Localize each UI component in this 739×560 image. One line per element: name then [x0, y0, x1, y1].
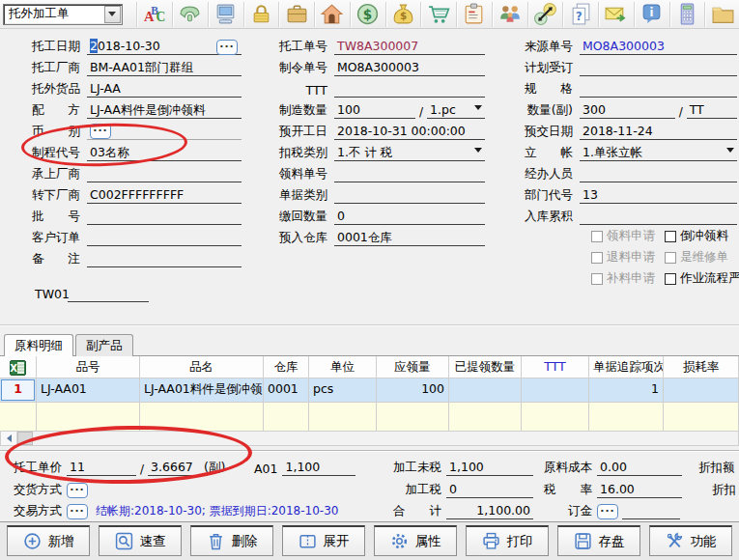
currency-picker-button[interactable]: ··· — [90, 124, 111, 139]
phone-icon[interactable] — [174, 1, 207, 28]
a01-input[interactable]: 1,100 — [282, 460, 355, 476]
doc-type-selector[interactable]: 托外加工单 — [3, 4, 123, 25]
checkbox-box[interactable] — [591, 231, 603, 242]
info-icon[interactable]: i — [636, 1, 668, 28]
receiving-warehouse-input[interactable]: 0001仓库 — [334, 230, 485, 246]
doc-type-dropdown-button[interactable] — [104, 6, 121, 23]
total-input[interactable]: 1,100.00 — [446, 503, 533, 519]
deposit-input[interactable] — [622, 504, 680, 519]
customer-order-input[interactable] — [87, 231, 242, 246]
doc-category-input[interactable] — [334, 188, 485, 204]
scroll-left-button[interactable] — [1, 432, 17, 445]
source-no-input[interactable]: MO8A300003 — [580, 39, 737, 55]
cell-item-name[interactable]: LJ-AA01料件是倒冲领料 — [140, 378, 264, 403]
trade-mode-picker-button[interactable]: ··· — [67, 504, 88, 519]
spell-check-icon[interactable]: A B C — [138, 1, 171, 28]
briefcase-icon[interactable] — [280, 1, 313, 28]
currency-input[interactable]: ··· — [87, 123, 242, 140]
cell-picked-qty[interactable] — [449, 378, 522, 403]
functions-button[interactable]: 功能 — [649, 525, 732, 556]
col-header-trace-item[interactable]: 单据追踪项次 — [589, 356, 664, 378]
checkbox-backflush[interactable]: 倒冲领料 — [665, 228, 728, 244]
billing-mode-select[interactable]: 1.单张立帐 — [580, 145, 737, 161]
excel-export-icon[interactable]: X — [0, 356, 37, 378]
horizontal-scrollbar[interactable] — [0, 431, 739, 446]
col-header-loss-rate[interactable]: 损耗率 — [664, 356, 739, 378]
print-button[interactable]: 打印 — [466, 525, 549, 556]
secondary-qty-input[interactable]: 300 — [580, 102, 675, 119]
consign-date-input[interactable]: 2018-10-30··· — [87, 39, 242, 55]
contacts-icon[interactable] — [494, 1, 526, 28]
spec-input[interactable] — [580, 82, 737, 98]
cart-icon[interactable] — [422, 1, 455, 28]
ttt-input[interactable] — [334, 82, 485, 98]
tab-material-detail[interactable]: 原料明细 — [4, 334, 73, 356]
tab-byproduct[interactable]: 副产品 — [75, 334, 133, 356]
cell-warehouse[interactable]: 0001 — [264, 378, 309, 403]
save-button[interactable]: 存盘 — [557, 525, 640, 556]
downstream-vendor-input[interactable]: C002FFFFFFFFF — [87, 187, 242, 204]
work-order-no-input[interactable]: TW8A300007 — [334, 39, 485, 55]
checkbox-supplement-request[interactable]: 补料申请 — [591, 270, 655, 287]
handler-input[interactable] — [580, 167, 737, 182]
mfg-qty-input[interactable]: 100 — [334, 102, 415, 119]
delivery-mode-picker-button[interactable]: ··· — [67, 483, 88, 498]
home-icon[interactable] — [316, 1, 349, 28]
date-picker-button[interactable]: ··· — [216, 40, 238, 55]
cell-trace-item[interactable]: 1 — [589, 378, 664, 403]
money-bag-icon[interactable]: $ — [387, 1, 420, 28]
upstream-vendor-input[interactable] — [87, 167, 242, 182]
checkbox-return-request[interactable]: 退料申请 — [591, 249, 655, 266]
cell-required-qty[interactable]: 100 — [377, 378, 449, 403]
delete-button[interactable]: 删除 — [190, 525, 273, 556]
computer-icon[interactable] — [210, 1, 242, 28]
planned-start-input[interactable]: 2018-10-31 00:00:00 — [334, 124, 485, 140]
quick-search-button[interactable]: 速查 — [99, 525, 182, 556]
col-header-picked-qty[interactable]: 已提领数量 — [449, 356, 522, 378]
calculator-icon[interactable] — [671, 1, 704, 28]
return-qty-input[interactable]: 0 — [334, 209, 485, 225]
checkbox-workflow[interactable]: 作业流程严 — [665, 270, 739, 287]
checkbox-box[interactable] — [591, 273, 603, 285]
mfg-unit-select[interactable]: 1.pc — [427, 102, 485, 119]
help-doc-icon[interactable]: ? — [564, 1, 597, 28]
remark-input[interactable] — [87, 252, 242, 267]
deposit-picker-button[interactable]: ··· — [597, 504, 618, 519]
add-button[interactable]: 新增 — [7, 525, 90, 556]
unit-price-sub-input[interactable]: 3.6667 — [148, 460, 198, 476]
tax-rate-input[interactable]: 16.00 — [597, 482, 682, 498]
folder-icon[interactable] — [706, 1, 739, 28]
expand-button[interactable]: 展开 — [282, 525, 365, 556]
send-mail-icon[interactable] — [600, 1, 633, 28]
col-header-unit[interactable]: 单位 — [309, 356, 377, 378]
checkbox-picking-request[interactable]: 领料申请 — [591, 228, 655, 244]
consign-vendor-input[interactable]: BM-AA01部门群组 — [87, 60, 242, 76]
lock-icon[interactable] — [245, 1, 278, 28]
unit-price-input[interactable]: 11 — [67, 460, 136, 476]
clipboard-icon[interactable] — [458, 1, 491, 28]
scrollbar-thumb[interactable] — [17, 432, 33, 445]
row-number-cell[interactable]: 1 — [0, 378, 37, 403]
checkbox-box[interactable] — [665, 252, 676, 264]
cell-ttt[interactable] — [522, 378, 589, 403]
picking-no-input[interactable] — [334, 167, 485, 182]
tw-code-field[interactable] — [68, 301, 149, 302]
inbound-total-input[interactable] — [580, 210, 737, 225]
untaxed-input[interactable]: 1,100 — [446, 460, 533, 476]
col-header-required-qty[interactable]: 应领量 — [377, 356, 449, 378]
table-row[interactable]: 1 LJ-AA01 LJ-AA01料件是倒冲领料 0001 pcs 100 1 — [0, 378, 739, 403]
material-cost-input[interactable]: 0.00 — [597, 460, 682, 476]
mo-no-input[interactable]: MO8A300003 — [334, 60, 485, 76]
process-tax-input[interactable]: 0 — [446, 482, 533, 498]
due-date-input[interactable]: 2018-11-24 — [580, 124, 737, 140]
dollar-coin-icon[interactable]: $ — [352, 1, 384, 28]
planned-order-input[interactable] — [580, 61, 737, 76]
cell-unit[interactable]: pcs — [309, 378, 377, 403]
col-header-ttt[interactable]: TTT — [522, 356, 589, 378]
tax-type-select[interactable]: 1.不 计 税 — [334, 145, 485, 161]
checkbox-box[interactable] — [665, 231, 676, 242]
outsourced-item-input[interactable]: LJ-AA — [87, 81, 242, 98]
formula-input[interactable]: LJ-AA料件是倒冲领料 — [87, 102, 242, 119]
batch-no-input[interactable] — [87, 210, 242, 225]
properties-button[interactable]: 属性 — [374, 525, 457, 556]
